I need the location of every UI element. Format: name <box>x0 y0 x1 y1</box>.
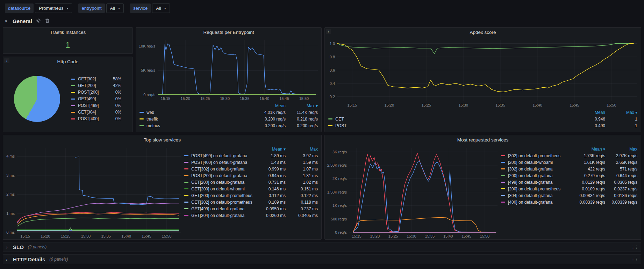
svg-text:15:25: 15:25 <box>421 103 431 107</box>
panel-title: Traefik Instances <box>3 28 133 37</box>
series-name[interactable]: GET[302] <box>78 77 107 81</box>
svg-text:0 req/s: 0 req/s <box>335 230 347 234</box>
legend-sort-mean[interactable]: Mean ▾ <box>253 147 286 152</box>
traefik-instances-value: 1 <box>3 37 133 53</box>
svg-text:0 ms: 0 ms <box>6 230 15 234</box>
series-name[interactable]: [499] on default-grafana <box>508 180 573 185</box>
legend-header: Mean ▾Max <box>501 146 637 152</box>
variable-dropdown-service[interactable]: All ▾ <box>152 3 170 13</box>
series-name[interactable]: GET <box>335 117 573 122</box>
series-name[interactable]: [304] on default-grafana <box>508 193 573 198</box>
series-name[interactable]: GET[302] on default-prometheus <box>191 200 253 205</box>
most-requested-services-chart[interactable]: 15:1515:2015:2515:3015:3515:4015:4515:50… <box>325 144 501 239</box>
series-name[interactable]: POST[499] <box>78 103 107 108</box>
legend-sort-mean[interactable]: Mean <box>573 110 605 115</box>
series-name[interactable]: GET[200] on default-whoami <box>191 187 253 191</box>
legend-row: GET[304]0% <box>71 109 128 116</box>
legend-row: GET[304] on default-grafana0.0260 ms0.04… <box>184 212 318 219</box>
series-value: 0.731 ms <box>253 180 286 185</box>
http-code-pie-chart[interactable] <box>14 76 60 122</box>
svg-text:15:40: 15:40 <box>532 103 542 107</box>
series-color-icon <box>501 195 505 196</box>
series-value: 0.644 req/s <box>605 173 637 178</box>
row-settings-gear-icon[interactable] <box>36 18 41 24</box>
series-color-icon <box>501 175 505 176</box>
legend-sort-mean[interactable]: Mean ▾ <box>573 147 605 152</box>
series-name[interactable]: GET[499] <box>78 96 107 101</box>
svg-text:15:40: 15:40 <box>260 96 270 101</box>
legend-row: GET[302] on default-grafana0.999 ms1.07 … <box>184 166 318 172</box>
top-slow-services-chart[interactable]: 15:1515:2015:2515:3015:3515:4015:4515:50… <box>3 144 184 239</box>
series-name[interactable]: GET[304] <box>78 110 107 115</box>
series-name[interactable]: GET[302] on default-grafana <box>191 167 253 172</box>
variable-dropdown-entrypoint[interactable]: All ▾ <box>106 3 124 13</box>
drag-handle-icon[interactable]: ⋮⋮ <box>631 245 638 249</box>
series-value: 0.237 ms <box>286 206 318 211</box>
series-name[interactable]: GET[200] on default-prometheus <box>191 193 253 198</box>
svg-text:1.0: 1.0 <box>330 42 335 46</box>
series-name[interactable]: POST[200] <box>78 90 107 95</box>
legend-row: GET[302] on default-prometheus0.109 ms0.… <box>184 199 318 205</box>
apdex-score-chart[interactable]: 15:1515:2015:2515:3015:3515:4015:4515:50… <box>325 37 641 108</box>
svg-text:15:25: 15:25 <box>388 234 398 238</box>
legend-row: GET[200] on default-grafana0.731 ms1.02 … <box>184 179 318 186</box>
series-name[interactable]: POST <box>335 123 573 128</box>
row-http-details[interactable]: › HTTP Details (6 panels) ⋮⋮ <box>3 254 641 264</box>
series-value: 1.89 ms <box>253 153 286 158</box>
series-value: 0.0950 ms <box>253 206 286 211</box>
series-value: 0.0109 req/s <box>573 187 605 191</box>
series-value: 0.200 req/s <box>253 123 286 128</box>
row-title-general[interactable]: General <box>13 18 32 24</box>
svg-text:15:15: 15:15 <box>352 234 362 238</box>
legend-row: POST[200]0% <box>71 89 128 96</box>
series-color-icon <box>184 155 188 156</box>
legend-sort-max[interactable]: Max ▾ <box>286 103 318 108</box>
series-color-icon <box>71 79 75 80</box>
series-value: 42% <box>107 83 121 88</box>
series-name[interactable]: [200] on default-grafana <box>508 173 573 178</box>
series-value: 0.00339 req/s <box>605 200 637 205</box>
legend-sort-max[interactable]: Max ▾ <box>605 110 637 115</box>
info-icon[interactable]: i <box>4 58 9 63</box>
series-name[interactable]: web <box>146 110 253 115</box>
series-name[interactable]: [200] on default-whoami <box>508 160 573 165</box>
legend-sort-max[interactable]: Max <box>286 147 318 152</box>
series-name[interactable]: POST[200] on default-grafana <box>191 173 253 178</box>
series-name[interactable]: [400] on default-grafana <box>508 200 573 205</box>
series-name[interactable]: GET[304] on default-grafana <box>191 213 253 218</box>
legend-sort-max[interactable]: Max <box>605 147 637 152</box>
info-icon[interactable]: i <box>326 29 331 34</box>
series-name[interactable]: [302] on default-grafana <box>508 167 573 172</box>
variable-label-service: service <box>130 3 151 13</box>
requests-legend: MeanMax ▾web4.01K req/s11.4K req/straefi… <box>136 102 321 132</box>
variable-label-entrypoint: entrypoint <box>78 3 105 13</box>
series-value: 0.200 req/s <box>286 123 318 128</box>
chevron-down-icon[interactable]: ▾ <box>5 19 9 24</box>
row-slo[interactable]: › SLO (2 panels) ⋮⋮ <box>3 242 641 252</box>
svg-text:15:50: 15:50 <box>607 103 616 107</box>
series-name[interactable]: traefik <box>146 117 253 122</box>
series-name[interactable]: [200] on default-prometheus <box>508 187 573 191</box>
dashboard-variables-bar: datasource Prometheus ▾ entrypoint All ▾… <box>0 0 644 16</box>
series-name[interactable]: [302] on default-prometheus <box>508 153 573 158</box>
variable-value: Prometheus <box>39 6 63 11</box>
series-name[interactable]: POST[400] <box>78 116 107 121</box>
series-name[interactable]: GET[200] <box>78 83 107 88</box>
row-delete-trash-icon[interactable] <box>45 18 50 24</box>
series-value: 3.97 ms <box>286 153 318 158</box>
requests-per-entrypoint-chart[interactable]: 15:1515:2015:2515:3015:3515:4015:4515:50… <box>136 37 321 102</box>
series-color-icon <box>71 85 75 86</box>
svg-text:15:30: 15:30 <box>220 96 230 101</box>
series-name[interactable]: GET[200] on default-grafana <box>191 180 253 185</box>
svg-text:0.6: 0.6 <box>330 68 335 72</box>
series-name[interactable]: metrics <box>146 123 253 128</box>
drag-handle-icon[interactable]: ⋮⋮ <box>631 257 638 262</box>
legend-sort-mean[interactable]: Mean <box>253 103 286 108</box>
variable-dropdown-datasource[interactable]: Prometheus ▾ <box>35 3 72 13</box>
legend-row: [400] on default-grafana0.00339 req/s0.0… <box>501 199 637 205</box>
series-name[interactable]: GET[499] on default-grafana <box>191 206 253 211</box>
series-name[interactable]: POST[400] on default-grafana <box>191 160 253 165</box>
panel-http-code: i Http Code GET[302]58%GET[200]42%POST[2… <box>3 57 133 132</box>
series-color-icon <box>184 175 188 176</box>
series-name[interactable]: POST[499] on default-grafana <box>191 153 253 158</box>
